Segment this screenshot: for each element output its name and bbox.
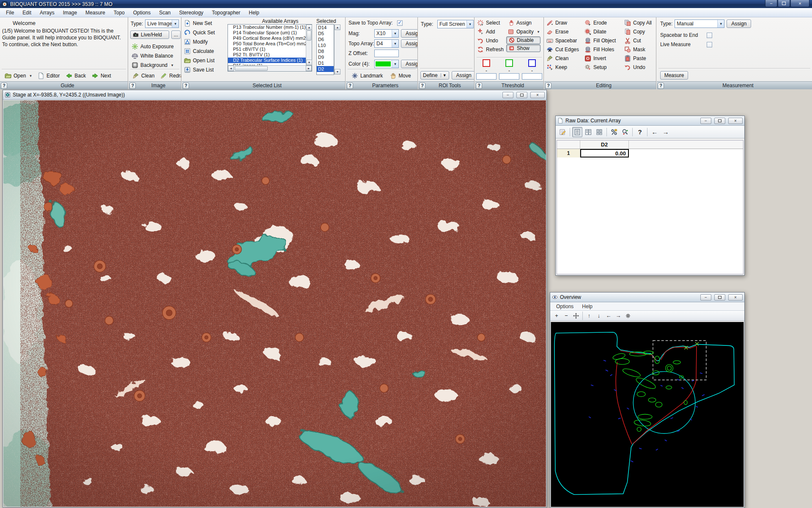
stage-viewport[interactable] <box>3 100 546 507</box>
menu-item[interactable]: Edit <box>18 9 36 17</box>
list-tool-button[interactable]: New Set <box>183 19 216 28</box>
editing-help-button[interactable]: ? <box>545 83 551 89</box>
threshold-green-swatch[interactable] <box>505 59 513 67</box>
threshold-tool-button[interactable]: Undo <box>476 36 505 45</box>
measurement-help-button[interactable]: ? <box>658 83 664 89</box>
selected-array-item[interactable]: D5 <box>317 30 334 36</box>
roi-assign-button[interactable]: Assign <box>452 71 474 80</box>
threshold-assign-button[interactable]: Assign <box>506 19 540 27</box>
available-array-item[interactable]: P49 Cortical Bone Area (cBV) mm2 ( <box>228 36 312 41</box>
editing-tool-button[interactable]: Cut Edges <box>545 45 580 54</box>
menu-item[interactable]: Scan <box>155 9 175 17</box>
raw-data-titlebar[interactable]: Raw Data: Current Array − × <box>556 116 744 126</box>
live-measure-checkbox[interactable] <box>707 42 712 47</box>
move-up-button[interactable]: ↑ <box>584 312 594 320</box>
white-balance-button[interactable]: White Balance <box>130 52 174 60</box>
list-tool-button[interactable]: Open List <box>183 56 216 65</box>
stage-titlebar[interactable]: Stage at X=-9385.8, Y=2435.2 ((Unsaved I… <box>3 90 546 100</box>
row-number[interactable]: 1 <box>557 149 580 157</box>
overview-menu-item[interactable]: Help <box>579 303 596 310</box>
threshold-red-input[interactable] <box>476 73 497 80</box>
threshold-blue-swatch[interactable] <box>528 59 536 67</box>
threshold-tool-button[interactable]: Refresh <box>476 45 505 54</box>
view-columns-button[interactable] <box>583 127 593 137</box>
color-assign-button[interactable]: Assign <box>401 60 417 68</box>
measure-assign-button[interactable]: Assign <box>727 19 751 28</box>
menu-item[interactable]: Image <box>59 9 81 17</box>
editing-tool-button[interactable]: Spacebar <box>545 36 580 45</box>
selected-array-item[interactable]: D6 <box>317 36 334 42</box>
roi-help-button[interactable]: ? <box>419 83 425 89</box>
auto-exposure-button[interactable]: Auto Exposure <box>130 42 175 51</box>
editing-tool-button[interactable]: Erase <box>545 28 580 36</box>
available-array-item[interactable]: P50 Total Bone Area (Tb+Cor) mm2 <box>228 41 312 47</box>
menu-item[interactable]: Stereology <box>175 9 208 17</box>
move-right-button[interactable]: → <box>614 312 623 320</box>
editing-tool-button[interactable]: Copy All <box>623 19 653 27</box>
editing-tool-button[interactable]: Mask <box>623 45 653 54</box>
center-button[interactable] <box>623 312 633 320</box>
stage-minimize-button[interactable]: − <box>502 92 513 98</box>
spacebar-to-end-checkbox[interactable] <box>707 33 712 38</box>
view-grid-button[interactable] <box>594 127 604 137</box>
zoom-in-button[interactable]: + <box>552 312 561 320</box>
z-offset-input[interactable] <box>374 50 399 57</box>
selected-array-item[interactable]: D2 <box>317 66 334 72</box>
mag-assign-button[interactable]: Assign <box>401 29 417 38</box>
overview-maximize-button[interactable] <box>714 294 725 301</box>
color-combo[interactable] <box>374 60 399 68</box>
move-left-button[interactable]: ← <box>604 312 613 320</box>
window-minimize-button[interactable]: − <box>765 0 777 7</box>
mag-combo[interactable]: X10 <box>374 29 399 38</box>
overview-canvas[interactable] <box>551 322 744 507</box>
disable-button[interactable]: Disable <box>506 36 540 44</box>
landmark-button[interactable]: Landmark <box>350 72 384 80</box>
editing-tool-button[interactable]: Erode <box>583 19 617 27</box>
threshold-tool-button[interactable]: Add <box>476 28 505 36</box>
editing-tool-button[interactable]: Fill Holes <box>583 45 617 54</box>
available-array-item[interactable]: P51 cBV/TV (1) <box>228 47 312 52</box>
stage-maximize-button[interactable] <box>516 92 527 98</box>
threshold-green-input[interactable] <box>499 73 519 80</box>
selected-array-item[interactable]: L10 <box>317 42 334 48</box>
menu-item[interactable]: Measure <box>81 9 110 17</box>
save-topo-checkbox[interactable] <box>397 20 403 26</box>
zoom-out-button[interactable]: − <box>562 312 571 320</box>
editing-tool-button[interactable]: Dilate <box>583 28 617 36</box>
editing-tool-button[interactable]: Draw <box>545 19 580 27</box>
percent-lock-button[interactable] <box>609 127 619 137</box>
selected-arrays-list[interactable]: D14D5D6L10D8D9D1D2 <box>316 24 334 75</box>
threshold-tool-button[interactable]: Select <box>476 19 505 27</box>
histology-image[interactable] <box>3 100 546 507</box>
editing-tool-button[interactable]: Cut <box>623 36 653 45</box>
menu-item[interactable]: Help <box>244 9 263 17</box>
move-down-button[interactable]: ↓ <box>594 312 604 320</box>
available-arrays-list[interactable]: P13 Trabecular Number (mm-1) (1)P14 Trab… <box>228 24 312 72</box>
available-scrollbar-horizontal[interactable]: ◄ ► <box>228 65 312 71</box>
background-button[interactable]: Background <box>130 61 175 69</box>
available-array-item[interactable]: P13 Trabecular Number (mm-1) (1) <box>228 25 312 30</box>
list-tool-button[interactable]: Quick Set <box>183 28 216 37</box>
open-button[interactable]: Open <box>3 72 33 80</box>
window-maximize-button[interactable] <box>778 0 790 7</box>
selected-array-item[interactable]: D1 <box>317 60 334 66</box>
editing-tool-button[interactable]: Undo <box>623 63 653 72</box>
define-dropdown-arrow-icon[interactable]: ▼ <box>441 73 447 77</box>
selected-array-item[interactable]: D14 <box>317 25 334 30</box>
editing-tool-button[interactable]: Clean <box>545 54 580 63</box>
clean-button[interactable]: Clean <box>131 72 156 80</box>
camera-settings-button[interactable]: ... <box>171 30 181 39</box>
menu-item[interactable]: Arrays <box>36 9 59 17</box>
overview-close-button[interactable]: × <box>728 294 743 301</box>
define-button[interactable]: Define▼ <box>420 71 449 80</box>
threshold-help-button[interactable]: ? <box>476 83 482 89</box>
available-array-item[interactable]: P52 Tt. BV/TV (1) <box>228 52 312 58</box>
editing-tool-button[interactable]: Invert <box>583 54 617 63</box>
editing-tool-button[interactable]: Fill Object <box>583 36 617 45</box>
guide-help-button[interactable]: ? <box>1 83 7 89</box>
image-type-combo[interactable]: Live Image <box>145 19 179 28</box>
threshold-red-swatch[interactable] <box>483 59 490 67</box>
roi-type-combo[interactable]: Full Screen <box>437 20 474 28</box>
redraw-button[interactable]: Redraw <box>159 72 181 80</box>
view-list-button[interactable] <box>572 127 582 137</box>
